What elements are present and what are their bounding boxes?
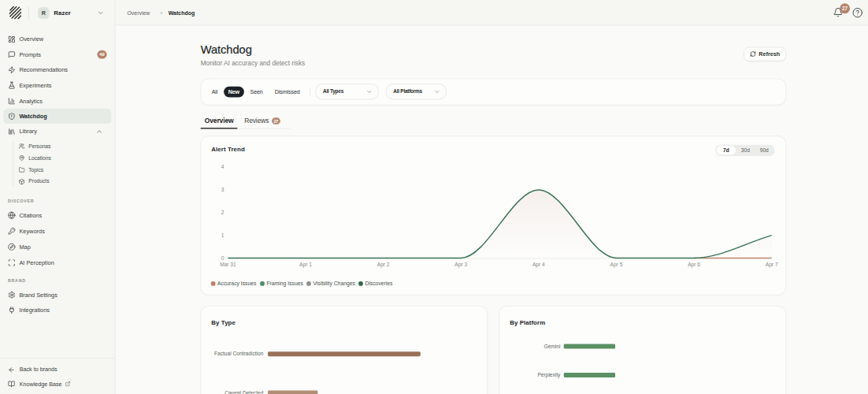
svg-text:Discoveries: Discoveries xyxy=(365,281,393,287)
svg-text:Apr 1: Apr 1 xyxy=(299,262,312,268)
svg-text:Visibility Changes: Visibility Changes xyxy=(313,281,355,288)
svg-text:Apr 5: Apr 5 xyxy=(610,262,623,268)
svg-text:3: 3 xyxy=(221,187,224,192)
svg-text:2: 2 xyxy=(221,210,224,215)
svg-text:Gemini: Gemini xyxy=(544,344,561,349)
svg-text:Apr 6: Apr 6 xyxy=(688,262,700,268)
svg-text:4: 4 xyxy=(221,165,224,170)
svg-text:Framing Issues: Framing Issues xyxy=(266,281,303,288)
svg-text:Apr 3: Apr 3 xyxy=(454,262,467,268)
svg-text:0: 0 xyxy=(221,255,224,261)
svg-text:Factual Contradiction: Factual Contradiction xyxy=(214,351,264,357)
svg-text:1: 1 xyxy=(221,232,224,238)
svg-text:Apr 4: Apr 4 xyxy=(532,262,545,268)
svg-text:Mar 31: Mar 31 xyxy=(220,262,236,267)
svg-text:Apr 7: Apr 7 xyxy=(766,262,778,268)
svg-text:Perplexity: Perplexity xyxy=(537,372,561,378)
svg-text:Apr 2: Apr 2 xyxy=(377,262,390,268)
svg-text:Accuracy Issues: Accuracy Issues xyxy=(217,281,257,288)
svg-text:Caveat Detected: Caveat Detected xyxy=(224,390,263,394)
